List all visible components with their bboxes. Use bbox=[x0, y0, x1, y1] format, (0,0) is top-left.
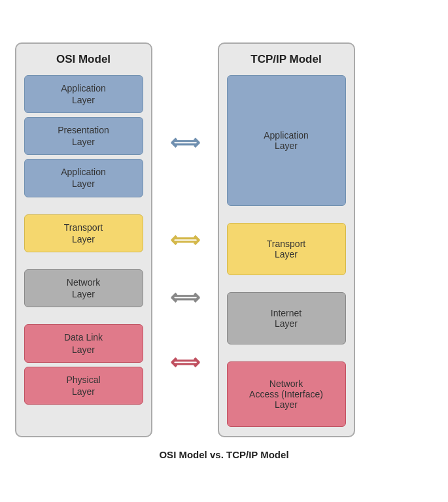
arrow-transport: ⟺ bbox=[170, 229, 200, 250]
osi-layer-app2: ApplicationLayer bbox=[24, 159, 143, 197]
tcp-layer-network-access: NetworkAccess (Interface)Layer bbox=[227, 361, 346, 427]
osi-gap1 bbox=[24, 201, 143, 210]
arrow-link: ⟺ bbox=[170, 352, 200, 373]
osi-layer-presentation: PresentationLayer bbox=[24, 117, 143, 155]
tcp-gap3 bbox=[227, 348, 346, 358]
osi-model-box: OSI Model ApplicationLayer PresentationL… bbox=[15, 42, 152, 437]
osi-layer-transport: TransportLayer bbox=[24, 214, 143, 252]
tcp-layer-transport: TransportLayer bbox=[227, 223, 346, 275]
arrows-column: ⟺ ⟺ ⟺ ⟺ bbox=[152, 42, 218, 437]
tcpip-title: TCP/IP Model bbox=[227, 53, 346, 66]
caption: OSI Model vs. TCP/IP Model bbox=[159, 449, 288, 460]
tcp-layer-app: ApplicationLayer bbox=[227, 75, 346, 206]
arrow-slot-link: ⟺ bbox=[152, 326, 218, 398]
osi-layer-physical: PhysicalLayer bbox=[24, 367, 143, 405]
osi-layer-network: NetworkLayer bbox=[24, 269, 143, 307]
arrow-slot-transport: ⟺ bbox=[152, 211, 218, 269]
arrow-slot-app: ⟺ bbox=[152, 74, 218, 211]
osi-title: OSI Model bbox=[24, 53, 143, 66]
arrow-app: ⟺ bbox=[170, 132, 200, 153]
osi-gap3 bbox=[24, 311, 143, 320]
tcp-layer-internet: InternetLayer bbox=[227, 292, 346, 344]
osi-gap2 bbox=[24, 256, 143, 265]
osi-layer-app1: ApplicationLayer bbox=[24, 75, 143, 113]
tcpip-model-box: TCP/IP Model ApplicationLayer TransportL… bbox=[218, 42, 355, 437]
arrow-slot-network: ⟺ bbox=[152, 269, 218, 326]
tcp-gap1 bbox=[227, 210, 346, 219]
arrow-network: ⟺ bbox=[170, 287, 200, 308]
osi-layer-datalink: Data LinkLayer bbox=[24, 324, 143, 362]
tcp-gap2 bbox=[227, 279, 346, 288]
diagram-container: OSI Model ApplicationLayer PresentationL… bbox=[15, 42, 434, 437]
